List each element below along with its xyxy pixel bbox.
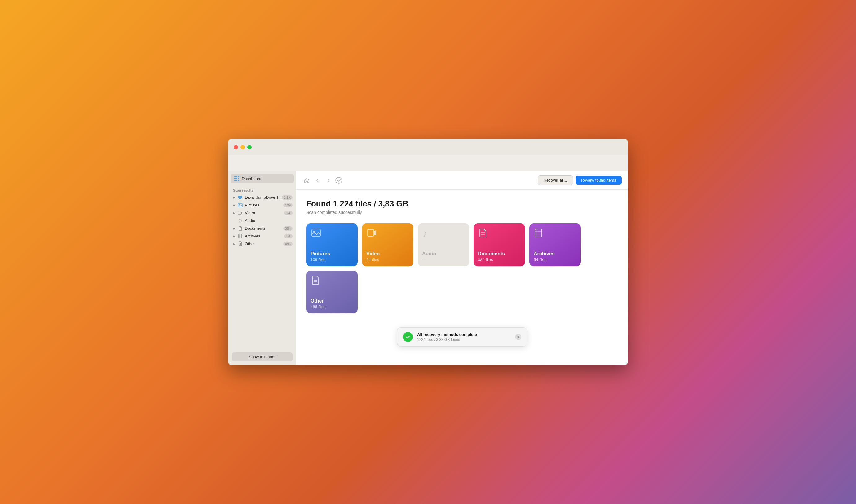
- main-content: Recover all... Review found items Found …: [296, 171, 628, 365]
- video-icon: [237, 211, 243, 215]
- pictures-card-count: 109 files: [310, 257, 325, 262]
- svg-rect-27: [314, 280, 317, 281]
- sidebar-item-pictures[interactable]: ▶ Pictures 109: [228, 201, 296, 209]
- documents-card-icon: [479, 229, 487, 240]
- audio-icon: [237, 218, 243, 223]
- archives-count: 54: [284, 234, 292, 238]
- category-card-archives[interactable]: Archives 54 files: [529, 223, 581, 266]
- sidebar: Dashboard Scan results ▶ Lexar JumpDrive…: [228, 171, 296, 365]
- traffic-lights: [234, 145, 252, 149]
- dashboard-label: Dashboard: [242, 176, 262, 181]
- minimize-button[interactable]: [240, 145, 245, 149]
- notification-bar: All recovery methods complete 1224 files…: [397, 327, 527, 346]
- archives-icon: [237, 234, 243, 238]
- video-card-name: Video: [366, 251, 380, 257]
- chevron-icon: ▶: [233, 242, 237, 246]
- category-card-video[interactable]: Video 24 files: [362, 223, 413, 266]
- chevron-icon: ▶: [233, 196, 237, 199]
- found-files-title: Found 1 224 files / 3,83 GB: [306, 199, 618, 209]
- video-label: Video: [245, 211, 284, 215]
- drive-icon: [237, 195, 243, 200]
- notification-close-button[interactable]: ×: [515, 334, 521, 340]
- forward-button[interactable]: [324, 176, 332, 184]
- archives-card-count: 54 files: [534, 257, 547, 262]
- svg-rect-19: [368, 229, 374, 236]
- svg-rect-15: [239, 244, 241, 245]
- documents-icon: [237, 226, 243, 231]
- notification-check-icon: [403, 332, 413, 342]
- sidebar-item-archives[interactable]: ▶ Archives 54: [228, 232, 296, 240]
- other-count: 486: [283, 242, 292, 246]
- back-button[interactable]: [314, 176, 322, 184]
- check-icon: [335, 176, 343, 184]
- svg-point-16: [336, 177, 342, 183]
- category-grid: Pictures 109 files Video 24 files: [306, 223, 618, 313]
- home-button[interactable]: [302, 176, 311, 185]
- audio-card-icon: ♪: [423, 229, 427, 239]
- pictures-card-icon: [311, 229, 321, 239]
- sidebar-footer: Show in Finder: [228, 349, 296, 365]
- svg-rect-0: [238, 196, 242, 198]
- documents-card-count: 384 files: [478, 257, 493, 262]
- show-in-finder-button[interactable]: Show in Finder: [232, 353, 292, 361]
- documents-count: 384: [283, 226, 292, 231]
- chevron-icon: ▶: [233, 204, 237, 207]
- documents-label: Documents: [245, 226, 283, 231]
- review-found-items-button[interactable]: Review found items: [575, 176, 622, 185]
- dashboard-nav-item[interactable]: Dashboard: [231, 174, 294, 183]
- recover-all-button[interactable]: Recover all...: [538, 176, 573, 185]
- main-window: Dashboard Scan results ▶ Lexar JumpDrive…: [228, 139, 628, 365]
- drive-label: Lexar JumpDrive T...: [245, 195, 282, 200]
- svg-rect-17: [312, 229, 320, 236]
- svg-rect-2: [238, 203, 242, 207]
- video-card-icon: [367, 229, 377, 239]
- sidebar-item-other[interactable]: ▶ Other 486: [228, 240, 296, 248]
- other-card-count: 486 files: [310, 304, 325, 309]
- dashboard-icon: [234, 176, 239, 181]
- category-card-audio[interactable]: ♪ Audio —: [418, 223, 469, 266]
- notification-subtitle: 1224 files / 3,83 GB found: [417, 338, 511, 342]
- chevron-icon: ▶: [233, 235, 237, 238]
- video-card-count: 24 files: [366, 257, 379, 262]
- drive-count: 1,1K: [282, 195, 292, 200]
- toolbar: Recover all... Review found items: [296, 171, 628, 190]
- other-card-icon: [311, 275, 320, 287]
- svg-rect-14: [239, 243, 241, 244]
- sidebar-drive-item[interactable]: ▶ Lexar JumpDrive T... 1,1K: [228, 194, 296, 201]
- archives-card-name: Archives: [534, 251, 555, 257]
- maximize-button[interactable]: [247, 145, 252, 149]
- pictures-card-name: Pictures: [310, 251, 330, 257]
- sidebar-item-audio[interactable]: ▶ Audio: [228, 217, 296, 224]
- audio-card-name: Audio: [422, 251, 436, 257]
- svg-rect-1: [239, 198, 242, 199]
- notification-title: All recovery methods complete: [417, 332, 511, 337]
- video-count: 24: [284, 211, 292, 215]
- close-button[interactable]: [234, 145, 238, 149]
- audio-card-count: —: [422, 257, 426, 262]
- category-card-pictures[interactable]: Pictures 109 files: [306, 223, 358, 266]
- notification-text: All recovery methods complete 1224 files…: [417, 332, 511, 342]
- pictures-count: 109: [283, 203, 292, 208]
- other-card-name: Other: [310, 298, 324, 304]
- category-card-documents[interactable]: Documents 384 files: [474, 223, 525, 266]
- documents-card-name: Documents: [478, 251, 505, 257]
- svg-rect-4: [238, 211, 241, 215]
- other-label: Other: [245, 241, 283, 246]
- chevron-icon: ▶: [233, 227, 237, 230]
- other-icon: [237, 242, 243, 246]
- found-files-subtitle: Scan completed successfully: [306, 210, 618, 215]
- pictures-label: Pictures: [245, 203, 283, 208]
- archives-card-icon: [534, 229, 542, 240]
- category-card-other[interactable]: Other 486 files: [306, 271, 358, 313]
- audio-label: Audio: [245, 218, 292, 223]
- sidebar-item-video[interactable]: ▶ Video 24: [228, 209, 296, 217]
- archives-label: Archives: [245, 234, 284, 238]
- chevron-icon: ▶: [233, 211, 237, 215]
- scan-results-label: Scan results: [228, 186, 296, 194]
- svg-rect-28: [314, 282, 317, 282]
- sidebar-item-documents[interactable]: ▶ Documents 384: [228, 224, 296, 232]
- pictures-icon: [237, 203, 243, 208]
